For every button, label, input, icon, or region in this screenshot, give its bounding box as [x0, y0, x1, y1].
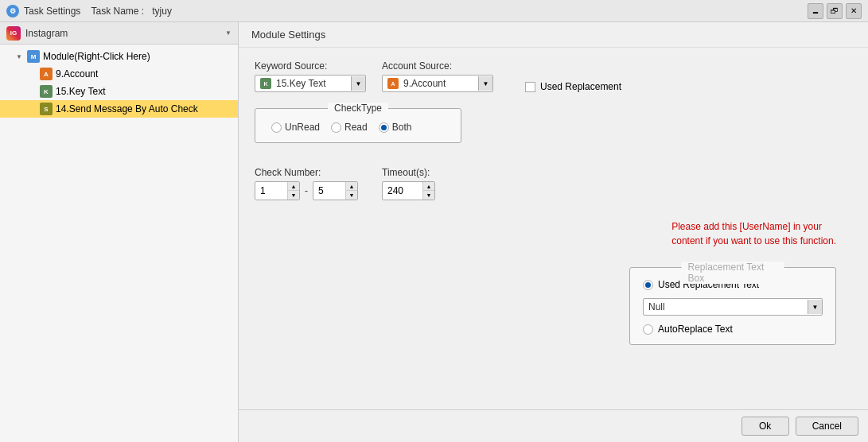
replacement-box: Replacement Text Box Used Replacement Te…	[629, 267, 836, 345]
keyword-source-select[interactable]: K 15.Key Text ▼	[255, 75, 366, 92]
sendmsg-icon: S	[40, 103, 53, 115]
keyword-source-value: 15.Key Text	[276, 78, 346, 89]
settings-content: Keyword Source: K 15.Key Text ▼ Account …	[239, 48, 868, 409]
numbers-row: Check Number: ▲ ▼ -	[255, 167, 852, 200]
radio-read-label: Read	[344, 122, 368, 133]
account-source-select[interactable]: A 9.Account ▼	[382, 75, 493, 92]
radio-both-label: Both	[392, 122, 412, 133]
null-dropdown-arrow[interactable]: ▼	[808, 300, 822, 314]
account-source-group: Account Source: A 9.Account ▼	[382, 60, 493, 92]
check-num-min-spinner[interactable]: ▲ ▼	[255, 181, 300, 200]
module-icon: M	[27, 50, 40, 63]
timeout-label: Timeout(s):	[382, 167, 435, 178]
info-text-line2: content if you want to use this function…	[671, 234, 836, 248]
account-source-label: Account Source:	[382, 60, 493, 72]
tree: ▼ M Module(Right-Click Here) A 9.Account…	[0, 45, 238, 442]
info-text: Please add this [UserName] in your conte…	[671, 219, 836, 248]
check-num-max-input[interactable]	[313, 183, 345, 199]
radio-both-circle[interactable]	[379, 122, 389, 133]
timeout-spinner[interactable]: ▲ ▼	[382, 181, 435, 200]
minimize-button[interactable]: 🗕	[808, 3, 823, 19]
restore-button[interactable]: 🗗	[827, 3, 843, 19]
timeout-down[interactable]: ▼	[423, 191, 434, 200]
left-panel: IG Instagram ▼ ▼ M Module(Right-Click He…	[0, 22, 239, 442]
check-num-min-buttons: ▲ ▼	[287, 182, 299, 200]
task-name-value: tyjuy	[152, 6, 172, 17]
autoreplace-radio[interactable]	[643, 324, 653, 335]
module-settings-title: Module Settings	[251, 29, 325, 41]
autoreplace-label: AutoReplace Text	[658, 324, 733, 335]
keyword-source-group: Keyword Source: K 15.Key Text ▼	[255, 60, 366, 92]
task-name-label: Task Name :	[91, 6, 145, 17]
used-replacement-check[interactable]: Used Replacement	[525, 81, 621, 92]
checktype-legend: CheckType	[328, 103, 388, 114]
check-number-field: Check Number: ▲ ▼ -	[255, 167, 358, 200]
tree-item-sendmsg[interactable]: S 14.Send Message By Auto Check	[0, 100, 238, 118]
check-number-label: Check Number:	[255, 167, 358, 178]
settings-lower: CheckType UnRead Read	[255, 108, 852, 200]
info-text-line1: Please add this [UserName] in your	[671, 219, 836, 234]
account-icon: A	[40, 68, 53, 80]
radio-unread-label: UnRead	[285, 122, 320, 133]
title-bar: ⚙ Task Settings Task Name : tyjuy 🗕 🗗 ✕	[0, 0, 868, 22]
close-button[interactable]: ✕	[846, 3, 862, 19]
module-settings-header: Module Settings	[239, 22, 868, 48]
title-settings-label: Task Settings	[24, 6, 80, 17]
check-num-max-buttons: ▲ ▼	[345, 182, 357, 200]
right-panel: Module Settings Keyword Source: K 15.Key…	[239, 22, 868, 442]
null-dropdown[interactable]: Null ▼	[643, 298, 823, 316]
cancel-button[interactable]: Cancel	[796, 417, 858, 436]
account-source-arrow[interactable]: ▼	[478, 76, 492, 91]
ok-button[interactable]: Ok	[741, 417, 789, 436]
keyword-source-label: Keyword Source:	[255, 60, 366, 72]
title-bar-left: ⚙ Task Settings Task Name : tyjuy	[6, 5, 172, 17]
check-num-min-up[interactable]: ▲	[288, 182, 299, 191]
tree-item-module[interactable]: ▼ M Module(Right-Click Here)	[0, 48, 238, 65]
timeout-up[interactable]: ▲	[423, 182, 434, 191]
bottom-bar: Ok Cancel	[239, 409, 868, 442]
check-num-min-input[interactable]	[255, 183, 287, 199]
tree-label-keytext: 15.Key Text	[56, 86, 105, 97]
timeout-input[interactable]	[383, 183, 422, 199]
radio-read-circle[interactable]	[331, 122, 341, 133]
instagram-icon: IG	[6, 26, 21, 41]
check-num-max-down[interactable]: ▼	[346, 191, 357, 200]
app-icon: ⚙	[6, 5, 19, 17]
instagram-header[interactable]: IG Instagram ▼	[0, 22, 238, 45]
tree-item-keytext[interactable]: K 15.Key Text	[0, 83, 238, 100]
used-replacement-radio[interactable]	[643, 280, 653, 290]
check-num-max-spinner[interactable]: ▲ ▼	[313, 181, 358, 200]
radio-read[interactable]: Read	[331, 122, 368, 133]
checktype-box: CheckType UnRead Read	[255, 108, 461, 143]
timeout-field: Timeout(s): ▲ ▼	[382, 167, 435, 200]
keyword-source-arrow[interactable]: ▼	[351, 76, 365, 91]
source-row: Keyword Source: K 15.Key Text ▼ Account …	[255, 60, 852, 92]
account-source-icon: A	[387, 78, 399, 89]
timeout-buttons: ▲ ▼	[422, 182, 434, 200]
check-num-min-down[interactable]: ▼	[288, 191, 299, 200]
radio-unread[interactable]: UnRead	[271, 122, 320, 133]
tree-item-account[interactable]: A 9.Account	[0, 65, 238, 83]
main-container: IG Instagram ▼ ▼ M Module(Right-Click He…	[0, 22, 868, 442]
keyword-source-icon: K	[260, 78, 271, 89]
keytext-icon: K	[40, 85, 53, 98]
used-replacement-checkbox[interactable]	[525, 82, 535, 92]
expand-icon-module: ▼	[16, 53, 24, 60]
radio-unread-circle[interactable]	[271, 122, 282, 133]
radio-both[interactable]: Both	[379, 122, 412, 133]
check-num-max-up[interactable]: ▲	[346, 182, 357, 191]
tree-label-module: Module(Right-Click Here)	[43, 51, 150, 62]
dash-separator: -	[305, 185, 308, 196]
radio-group: UnRead Read Both	[271, 122, 445, 133]
instagram-label: Instagram	[25, 28, 220, 39]
checktype-container: CheckType UnRead Read	[255, 108, 852, 143]
check-number-input-row: ▲ ▼ - ▲ ▼	[255, 181, 358, 200]
tree-label-account: 9.Account	[56, 68, 98, 79]
replacement-box-container: Replacement Text Box Used Replacement Te…	[629, 267, 836, 345]
used-replacement-label: Used Replacement	[540, 81, 621, 92]
tree-label-sendmsg: 14.Send Message By Auto Check	[56, 103, 198, 114]
replacement-legend: Replacement Text Box	[682, 262, 784, 284]
replacement-option-autoreplace[interactable]: AutoReplace Text	[643, 324, 823, 335]
title-bar-controls: 🗕 🗗 ✕	[808, 3, 862, 19]
instagram-dropdown-arrow: ▼	[225, 29, 232, 37]
